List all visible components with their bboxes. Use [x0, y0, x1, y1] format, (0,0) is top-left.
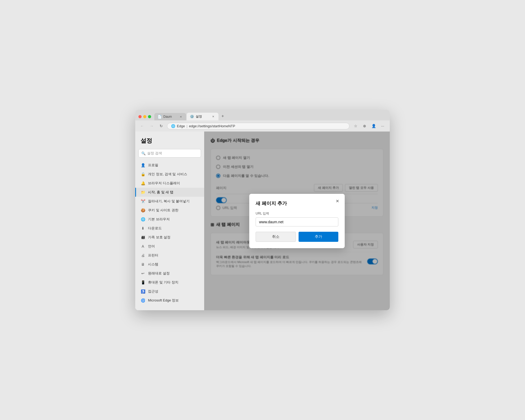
accessibility-icon: ♿ [141, 289, 145, 294]
refresh-button[interactable]: ↻ [158, 122, 165, 130]
downloads-icon: ⬇ [141, 226, 145, 231]
tab-bar: 📄 Daum ✕ ⚙️ 설정 ✕ + [154, 112, 226, 120]
add-page-dialog: 새 페이지 추가 ✕ URL 입력 취소 추가 [249, 194, 345, 248]
favorites-icon[interactable]: ☆ [352, 122, 360, 130]
site-name: Edge [177, 124, 185, 128]
sidebar-item-label: 잘라내기, 복사 및 붙여넣기 [148, 199, 190, 204]
sidebar-item-label: 쿠키 및 사이트 권한 [148, 208, 178, 213]
browser-icon: 🌐 [141, 217, 145, 222]
sidebar-item-printer[interactable]: 🖨 프린터 [135, 251, 204, 260]
sidebar-item-reset[interactable]: ↩ 원래대로 설정 [135, 269, 204, 278]
clipboard-icon: ✂️ [141, 199, 145, 204]
sidebar-item-label: 다운로드 [148, 226, 162, 231]
sidebar-item-label: 원래대로 설정 [148, 271, 170, 276]
sidebar-item-downloads[interactable]: ⬇ 다운로드 [135, 224, 204, 233]
search-icon: 🔍 [141, 151, 146, 155]
title-bar: 📄 Daum ✕ ⚙️ 설정 ✕ + [135, 110, 390, 120]
maximize-button[interactable] [148, 115, 151, 118]
sidebar-item-label: 기본 브라우저 [148, 217, 170, 222]
sidebar-item-system[interactable]: 🖥 시스템 [135, 260, 204, 269]
sidebar-item-label: 접근성 [148, 289, 158, 294]
dialog-title: 새 페이지 추가 [256, 200, 338, 207]
sidebar-item-label: 개인 정보, 검색 및 서비스 [148, 172, 187, 177]
privacy-icon: 🔒 [141, 172, 145, 177]
sidebar-item-label: 시작, 홈 및 새 탭 [148, 190, 173, 195]
traffic-lights [138, 115, 151, 118]
collections-icon[interactable]: ⊕ [361, 122, 369, 130]
cookies-icon: 🍪 [141, 208, 145, 213]
sidebar-item-label: 브라우저 디스플레이 [148, 181, 180, 186]
daum-tab-icon: 📄 [158, 115, 162, 119]
about-icon: 🌀 [141, 298, 145, 303]
browser-window: 📄 Daum ✕ ⚙️ 설정 ✕ + ← → ↻ 🌐 Edge | edge:/… [135, 110, 390, 310]
reset-icon: ↩ [141, 271, 145, 276]
content-area: 설정 🔍 설정 검색 👤 프로필 🔒 개인 정보, 검색 및 서비스 🔔 브라우… [135, 132, 390, 310]
forward-button[interactable]: → [148, 122, 155, 130]
dialog-url-label: URL 입력 [256, 211, 338, 216]
address-separator: | [186, 124, 187, 128]
settings-tab-title: 설정 [196, 114, 209, 119]
tab-daum[interactable]: 📄 Daum ✕ [154, 113, 186, 120]
settings-tab-icon: ⚙️ [190, 115, 194, 119]
menu-icon[interactable]: ··· [379, 122, 387, 130]
main-content: ⏻ Edge가 시작되는 경우 새 탭 페이지 열기 이전 세션의 탭 열기 다… [204, 132, 390, 310]
daum-tab-close[interactable]: ✕ [179, 115, 183, 119]
sidebar: 설정 🔍 설정 검색 👤 프로필 🔒 개인 정보, 검색 및 서비스 🔔 브라우… [135, 132, 204, 310]
sidebar-item-accessibility[interactable]: ♿ 접근성 [135, 287, 204, 296]
sidebar-item-label: 시스템 [148, 262, 158, 267]
sidebar-item-start[interactable]: 📁 시작, 홈 및 새 탭 [135, 188, 204, 197]
sidebar-item-label: 휴대폰 및 기타 장치 [148, 280, 178, 285]
sidebar-item-privacy[interactable]: 🔒 개인 정보, 검색 및 서비스 [135, 170, 204, 179]
dialog-close-button[interactable]: ✕ [334, 198, 340, 204]
sidebar-item-label: 프로필 [148, 163, 158, 168]
sidebar-item-label: Microsoft Edge 정보 [148, 298, 179, 303]
add-button[interactable]: 추가 [299, 232, 338, 242]
family-icon: 👨‍👩‍👧 [141, 235, 145, 240]
language-icon: A [141, 244, 145, 249]
account-icon[interactable]: 👤 [370, 122, 378, 130]
sidebar-item-display[interactable]: 🔔 브라우저 디스플레이 [135, 179, 204, 188]
address-input[interactable]: 🌐 Edge | edge://settings/startHomeNTP [167, 123, 349, 129]
sidebar-search[interactable]: 🔍 설정 검색 [138, 149, 201, 158]
daum-tab-title: Daum [163, 115, 177, 119]
profile-icon: 👤 [141, 163, 145, 168]
cancel-button[interactable]: 취소 [256, 232, 296, 242]
back-button[interactable]: ← [138, 122, 146, 130]
sidebar-item-mobile[interactable]: 📱 휴대폰 및 기타 장치 [135, 278, 204, 287]
sidebar-item-profile[interactable]: 👤 프로필 [135, 161, 204, 170]
close-button[interactable] [138, 115, 142, 118]
printer-icon: 🖨 [141, 253, 145, 258]
settings-tab-close[interactable]: ✕ [211, 115, 215, 119]
sidebar-item-about[interactable]: 🌀 Microsoft Edge 정보 [135, 296, 204, 305]
sidebar-item-label: 언어 [148, 244, 155, 249]
mobile-icon: 📱 [141, 280, 145, 285]
tab-settings[interactable]: ⚙️ 설정 ✕ [187, 113, 218, 120]
sidebar-item-cookies[interactable]: 🍪 쿠키 및 사이트 권한 [135, 206, 204, 215]
sidebar-item-language[interactable]: A 언어 [135, 242, 204, 251]
dialog-buttons: 취소 추가 [256, 232, 338, 242]
search-placeholder: 설정 검색 [147, 151, 162, 156]
sidebar-item-family[interactable]: 👨‍👩‍👧 가족 보호 설정 [135, 233, 204, 242]
sidebar-item-browser[interactable]: 🌐 기본 브라우저 [135, 215, 204, 224]
address-bar: ← → ↻ 🌐 Edge | edge://settings/startHome… [135, 120, 390, 132]
minimize-button[interactable] [143, 115, 146, 118]
dialog-url-input[interactable] [256, 217, 338, 226]
toolbar-actions: ☆ ⊕ 👤 ··· [352, 122, 387, 130]
sidebar-title: 설정 [135, 137, 204, 149]
display-icon: 🔔 [141, 181, 145, 186]
address-url: edge://settings/startHomeNTP [189, 124, 235, 128]
sidebar-item-label: 가족 보호 설정 [148, 235, 170, 240]
system-icon: 🖥 [141, 262, 145, 267]
sidebar-item-clipboard[interactable]: ✂️ 잘라내기, 복사 및 붙여넣기 [135, 197, 204, 206]
dialog-overlay: 새 페이지 추가 ✕ URL 입력 취소 추가 [204, 132, 390, 310]
start-icon: 📁 [141, 190, 145, 195]
new-tab-button[interactable]: + [219, 112, 226, 120]
site-icon: 🌐 [171, 124, 175, 128]
sidebar-item-label: 프린터 [148, 253, 158, 258]
